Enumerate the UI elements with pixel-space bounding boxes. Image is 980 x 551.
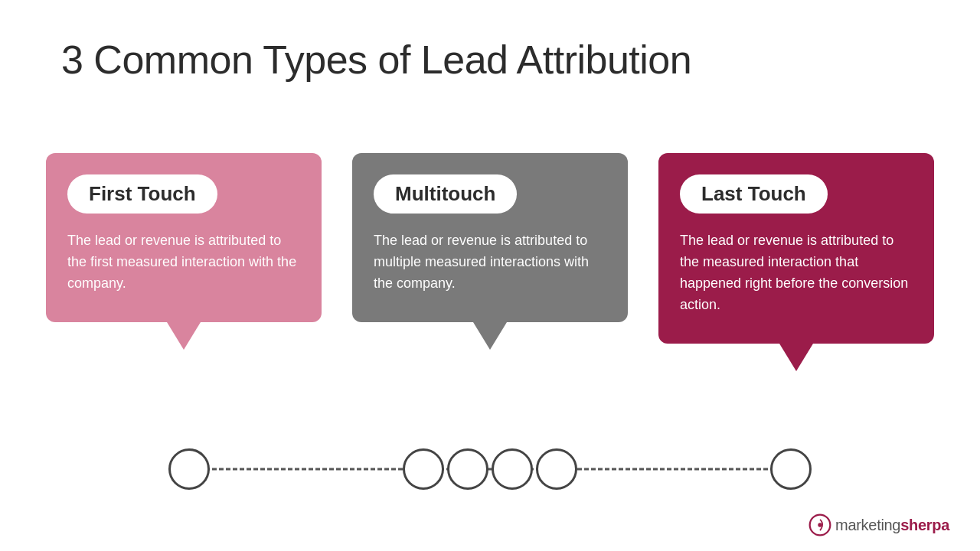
first-touch-text: The lead or revenue is attributed to the… [67, 230, 300, 295]
timeline [46, 448, 934, 490]
timeline-circle-multi-3 [492, 448, 533, 490]
last-touch-card: Last Touch The lead or revenue is attrib… [658, 153, 934, 344]
first-touch-label: First Touch [67, 174, 217, 214]
timeline-circle-last [770, 448, 812, 490]
brand-icon [808, 513, 832, 537]
timeline-circle-group [403, 448, 577, 490]
last-touch-label: Last Touch [680, 174, 828, 214]
svg-point-1 [818, 523, 822, 527]
page-title: 3 Common Types of Lead Attribution [61, 37, 691, 83]
timeline-inner [168, 448, 812, 490]
brand-logo: marketingsherpa [808, 513, 949, 537]
timeline-circle-multi-4 [536, 448, 577, 490]
multitouch-card: Multitouch The lead or revenue is attrib… [352, 153, 628, 322]
brand-text: marketingsherpa [835, 517, 949, 534]
timeline-circle-multi-2 [447, 448, 488, 490]
multitouch-text: The lead or revenue is attributed to mul… [374, 230, 606, 295]
multitouch-label: Multitouch [374, 174, 517, 214]
timeline-circles [168, 448, 812, 490]
last-touch-text: The lead or revenue is attributed to the… [680, 230, 913, 316]
brand-bold: sherpa [900, 517, 949, 533]
timeline-circle-multi-1 [403, 448, 444, 490]
cards-container: First Touch The lead or revenue is attri… [46, 153, 934, 344]
brand-regular: marketing [835, 517, 900, 533]
timeline-circle-first [168, 448, 210, 490]
first-touch-card: First Touch The lead or revenue is attri… [46, 153, 322, 322]
